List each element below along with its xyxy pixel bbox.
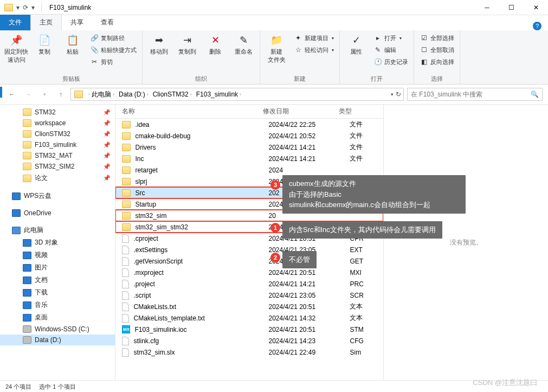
file-row[interactable]: .mxproject2024/4/21 20:51MXI	[115, 267, 383, 278]
up-button[interactable]: ↑	[54, 88, 67, 101]
tree-item[interactable]: 下载	[0, 286, 115, 299]
address-bar[interactable]: ›此电脑› Data (D:)› ClionSTM32› F103_simuli…	[70, 88, 404, 101]
selectall-button[interactable]: ☑全部选择	[417, 33, 456, 43]
tree-item[interactable]: STM32📌	[0, 107, 115, 118]
status-selected: 选中 1 个项目	[39, 383, 75, 391]
pasteshortcut-button[interactable]: 📎粘贴快捷方式	[88, 44, 139, 55]
pin-icon: 📌	[103, 120, 111, 127]
folder-icon	[23, 130, 31, 138]
tree-item[interactable]: WPS云盘	[0, 190, 115, 202]
file-row[interactable]: .idea2024/4/22 22:25文件	[115, 119, 383, 130]
newfolder-button[interactable]: 📁新建 文件夹	[263, 33, 289, 65]
delete-button[interactable]: ✕删除	[202, 33, 228, 57]
folder-icon	[122, 166, 131, 174]
tree-item[interactable]: 文档	[0, 274, 115, 286]
history-button[interactable]: 🕐历史记录	[371, 56, 410, 67]
breadcrumb-seg[interactable]: Data (D:)›	[117, 91, 151, 98]
tree-item[interactable]: F103_simulink📌	[0, 139, 115, 150]
file-icon	[122, 303, 129, 311]
folder-icon	[23, 277, 31, 284]
down-icon[interactable]: ▾	[16, 4, 20, 11]
help-icon[interactable]: ?	[533, 22, 541, 30]
tree-item[interactable]: Data (D:)	[0, 335, 115, 345]
file-row[interactable]: .extSettings2024/4/21 23:05EXT	[115, 244, 383, 255]
left-edge-accent	[0, 87, 2, 98]
selectnone-button[interactable]: ☐全部取消	[417, 44, 456, 55]
tree-item[interactable]: 论文📌	[0, 172, 115, 184]
file-row[interactable]: retarget2024	[115, 164, 383, 176]
file-row[interactable]: cmake-build-debug2024/4/21 20:52文件	[115, 130, 383, 142]
cut-button[interactable]: ✂剪切	[88, 56, 139, 67]
status-bar: 24 个项目 选中 1 个项目	[0, 380, 548, 392]
breadcrumb-seg[interactable]: ›此电脑›	[86, 90, 117, 99]
file-row[interactable]: .project2024/4/21 14:21PRC	[115, 278, 383, 290]
folder-icon	[23, 141, 31, 149]
tree-item[interactable]: 3D 对象	[0, 236, 115, 249]
column-headers[interactable]: 名称 修改日期 类型	[115, 105, 383, 119]
col-name[interactable]: 名称	[122, 107, 263, 116]
pin-button[interactable]: 📌固定到快 速访问	[3, 33, 29, 65]
edit-button[interactable]: ✎编辑	[371, 44, 410, 55]
tree-item[interactable]: STM32_MAT📌	[0, 150, 115, 161]
moveto-button[interactable]: ➡移动到	[146, 33, 172, 57]
paste-button[interactable]: 📋粘贴	[60, 33, 86, 57]
folder-icon	[23, 163, 31, 170]
file-row[interactable]: CMakeLists.txt2024/4/21 20:51文本	[115, 301, 383, 312]
breadcrumb-seg[interactable]: F103_simulink›	[194, 91, 243, 98]
refresh-icon[interactable]: ↻	[396, 91, 401, 98]
tree-item[interactable]: 图片	[0, 261, 115, 274]
easyaccess-button[interactable]: ☆轻松访问▾	[292, 44, 336, 55]
addr-dropdown-icon[interactable]: ▾	[391, 92, 394, 97]
search-box[interactable]: 🔍	[407, 88, 543, 101]
tree-item[interactable]: workspace📌	[0, 118, 115, 128]
file-row[interactable]: stm32_sim.slx2024/4/21 22:49Sim	[115, 346, 383, 358]
file-row[interactable]: Inc2024/4/21 14:21文件	[115, 153, 383, 164]
annotation-dot-1: 1	[270, 223, 280, 233]
forward-button[interactable]: →	[22, 88, 35, 101]
annotation-2: 不必管	[282, 251, 317, 268]
back-button[interactable]: ←	[5, 88, 18, 101]
close-button[interactable]: ✕	[524, 0, 548, 15]
tree-item[interactable]: 桌面	[0, 311, 115, 324]
breadcrumb-seg[interactable]: ClionSTM32›	[151, 91, 194, 98]
tab-view[interactable]: 查看	[92, 15, 123, 30]
invert-button[interactable]: ◧反向选择	[417, 56, 456, 67]
tab-home[interactable]: 主页	[30, 14, 62, 30]
tree-item[interactable]: STM32_SIM2📌	[0, 161, 115, 172]
file-row[interactable]: stlink.cfg2024/4/21 14:23CFG	[115, 335, 383, 346]
annotation-dot-3: 3	[270, 180, 280, 190]
copy-button[interactable]: 📄复制	[31, 33, 57, 57]
minimize-button[interactable]: ─	[475, 0, 499, 15]
tree-item[interactable]: ClionSTM32📌	[0, 128, 115, 139]
open-button[interactable]: ▸打开▾	[371, 33, 410, 43]
tree-item[interactable]: OneDrive	[0, 208, 115, 219]
window-title: F103_simulink	[44, 4, 96, 11]
tab-file[interactable]: 文件	[0, 15, 30, 30]
tree-item[interactable]: Windows-SSD (C:)	[0, 324, 115, 335]
tree-item[interactable]: 此电脑	[0, 224, 115, 236]
nav-tree[interactable]: STM32📌workspace📌ClionSTM32📌F103_simulink…	[0, 105, 115, 380]
file-row[interactable]: MXF103_simulink.ioc2024/4/21 20:51STM	[115, 324, 383, 335]
search-input[interactable]	[408, 91, 527, 98]
search-icon[interactable]: 🔍	[527, 91, 542, 98]
file-row[interactable]: CMakeLists_template.txt2024/4/21 14:32文本	[115, 312, 383, 324]
refresh-icon[interactable]: ⟳	[23, 4, 28, 11]
recent-dropdown[interactable]: ▾	[38, 88, 51, 101]
file-row[interactable]: Drivers2024/4/21 14:21文件	[115, 142, 383, 153]
file-row[interactable]: .getVersionScript2024/4/21 23:05GET	[115, 255, 383, 267]
newitem-button[interactable]: ✦新建项目▾	[292, 33, 336, 43]
tree-item[interactable]: 视频	[0, 249, 115, 261]
rename-button[interactable]: ✎重命名	[230, 33, 256, 57]
preview-pane: 没有预览。	[383, 105, 548, 380]
chevron-icon[interactable]: ▾	[31, 4, 35, 11]
copyto-button[interactable]: ⇥复制到	[174, 33, 200, 57]
tab-share[interactable]: 共享	[62, 15, 92, 30]
col-type[interactable]: 类型	[339, 107, 366, 116]
properties-button[interactable]: ✓属性	[343, 33, 369, 57]
copypath-button[interactable]: 🔗复制路径	[88, 33, 139, 43]
maximize-button[interactable]: ☐	[499, 0, 524, 15]
file-row[interactable]: .script2024/4/21 23:05SCR	[115, 290, 383, 301]
col-date[interactable]: 修改日期	[263, 107, 339, 116]
tree-item[interactable]: 音乐	[0, 299, 115, 311]
main-area: STM32📌workspace📌ClionSTM32📌F103_simulink…	[0, 105, 548, 380]
